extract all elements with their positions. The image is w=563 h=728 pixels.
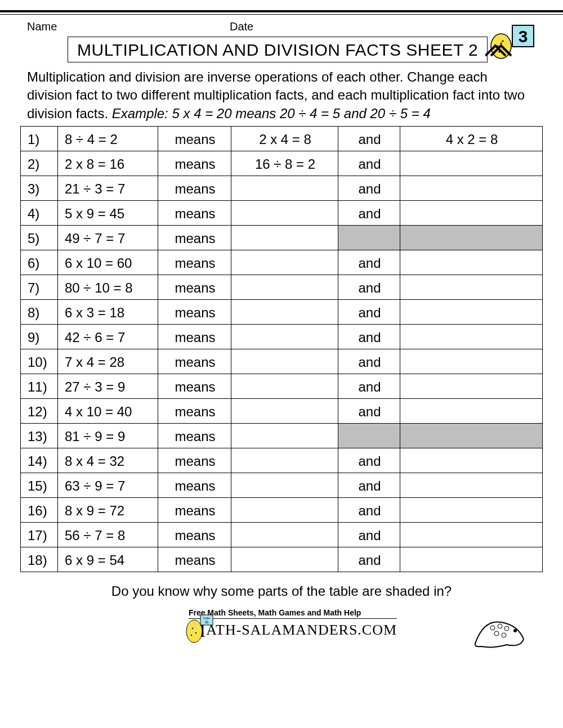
answer-1-cell[interactable] xyxy=(231,523,338,547)
means-label: means xyxy=(158,127,231,151)
row-number: 14) xyxy=(21,448,58,473)
row-number: 8) xyxy=(21,300,58,325)
and-label: and xyxy=(338,349,400,374)
means-label: means xyxy=(158,300,231,325)
and-label: and xyxy=(338,374,400,399)
footer: 7x5= 35 Free Math Sheets, Math Games and… xyxy=(0,608,563,653)
means-label: means xyxy=(158,523,231,547)
instructions-example: Example: 5 x 4 = 20 means 20 ÷ 4 = 5 and… xyxy=(112,106,431,121)
answer-1-cell[interactable] xyxy=(231,399,338,424)
answer-1-cell[interactable] xyxy=(231,547,338,572)
answer-2-cell[interactable] xyxy=(400,547,543,572)
and-label: and xyxy=(338,151,400,176)
table-row: 3)21 ÷ 3 = 7meansand xyxy=(21,176,543,201)
row-number: 17) xyxy=(21,523,58,547)
table-row: 8)6 x 3 = 18meansand xyxy=(21,300,543,325)
and-label: and xyxy=(338,399,400,424)
and-label: and xyxy=(338,201,400,226)
answer-2-cell[interactable] xyxy=(400,275,543,300)
row-number: 11) xyxy=(21,374,58,399)
table-row: 15)63 ÷ 9 = 7meansand xyxy=(21,473,543,498)
answer-1-cell[interactable] xyxy=(231,473,338,498)
answer-2-cell[interactable] xyxy=(400,250,543,275)
footer-tagline: Free Math Sheets, Math Games and Math He… xyxy=(189,608,397,617)
answer-2-cell[interactable] xyxy=(400,325,543,349)
svg-point-1 xyxy=(501,43,502,44)
given-fact: 2 x 8 = 16 xyxy=(58,151,158,176)
instructions-text: Multiplication and division are inverse … xyxy=(0,68,563,123)
means-label: means xyxy=(158,201,231,226)
and-label: and xyxy=(338,176,400,201)
table-row: 17)56 ÷ 7 = 8meansand xyxy=(21,523,543,547)
given-fact: 49 ÷ 7 = 7 xyxy=(58,226,158,250)
svg-text:3: 3 xyxy=(519,27,528,46)
answer-2-cell[interactable] xyxy=(400,374,543,399)
means-label: means xyxy=(158,399,231,424)
means-label: means xyxy=(158,250,231,275)
given-fact: 8 ÷ 4 = 2 xyxy=(58,127,158,151)
answer-1-cell[interactable] xyxy=(231,226,338,250)
table-row: 14)8 x 4 = 32meansand xyxy=(21,448,543,473)
answer-1-cell[interactable] xyxy=(231,424,338,448)
answer-1-cell[interactable]: 16 ÷ 8 = 2 xyxy=(231,151,338,176)
answer-1-cell[interactable] xyxy=(231,325,338,349)
means-label: means xyxy=(158,374,231,399)
means-label: means xyxy=(158,226,231,250)
given-fact: 4 x 10 = 40 xyxy=(58,399,158,424)
answer-2-cell[interactable] xyxy=(400,201,543,226)
table-row: 18)6 x 9 = 54meansand xyxy=(21,547,543,572)
given-fact: 6 x 10 = 60 xyxy=(58,250,158,275)
means-label: means xyxy=(158,275,231,300)
answer-1-cell[interactable]: 2 x 4 = 8 xyxy=(231,127,338,151)
and-label: and xyxy=(338,300,400,325)
svg-point-20 xyxy=(513,629,517,632)
svg-point-19 xyxy=(502,633,506,637)
table-row: 12)4 x 10 = 40meansand xyxy=(21,399,543,424)
answer-2-cell[interactable] xyxy=(400,473,543,498)
and-label xyxy=(338,424,400,448)
row-number: 12) xyxy=(21,399,58,424)
answer-2-cell[interactable]: 4 x 2 = 8 xyxy=(400,127,543,151)
answer-1-cell[interactable] xyxy=(231,250,338,275)
svg-point-11 xyxy=(191,635,192,636)
answer-1-cell[interactable] xyxy=(231,300,338,325)
and-label: and xyxy=(338,448,400,473)
answer-2-cell[interactable] xyxy=(400,151,543,176)
answer-2-cell[interactable] xyxy=(400,424,543,448)
bottom-question: Do you know why some parts of the table … xyxy=(0,583,563,599)
answer-2-cell[interactable] xyxy=(400,300,543,325)
and-label: and xyxy=(338,473,400,498)
and-label: and xyxy=(338,325,400,349)
answer-2-cell[interactable] xyxy=(400,176,543,201)
answer-1-cell[interactable] xyxy=(231,374,338,399)
answer-1-cell[interactable] xyxy=(231,349,338,374)
horizontal-rule xyxy=(0,10,563,15)
given-fact: 81 ÷ 9 = 9 xyxy=(58,424,158,448)
svg-point-10 xyxy=(195,632,196,633)
answer-1-cell[interactable] xyxy=(231,275,338,300)
and-label: and xyxy=(338,275,400,300)
svg-point-16 xyxy=(498,624,502,628)
grade-badge-icon: 3 xyxy=(485,21,536,60)
answer-1-cell[interactable] xyxy=(231,176,338,201)
salamander-outline-icon xyxy=(467,608,529,653)
answer-1-cell[interactable] xyxy=(231,498,338,523)
answer-2-cell[interactable] xyxy=(400,448,543,473)
row-number: 6) xyxy=(21,250,58,275)
row-number: 3) xyxy=(21,176,58,201)
means-label: means xyxy=(158,448,231,473)
table-row: 10)7 x 4 = 28meansand xyxy=(21,349,543,374)
answer-1-cell[interactable] xyxy=(231,448,338,473)
answer-2-cell[interactable] xyxy=(400,399,543,424)
given-fact: 27 ÷ 3 = 9 xyxy=(58,374,158,399)
answer-2-cell[interactable] xyxy=(400,523,543,547)
svg-point-9 xyxy=(192,628,193,629)
row-number: 4) xyxy=(21,201,58,226)
answer-2-cell[interactable] xyxy=(400,349,543,374)
means-label: means xyxy=(158,424,231,448)
name-date-row: Name Date xyxy=(0,20,563,33)
given-fact: 8 x 9 = 72 xyxy=(58,498,158,523)
answer-2-cell[interactable] xyxy=(400,226,543,250)
answer-1-cell[interactable] xyxy=(231,201,338,226)
answer-2-cell[interactable] xyxy=(400,498,543,523)
